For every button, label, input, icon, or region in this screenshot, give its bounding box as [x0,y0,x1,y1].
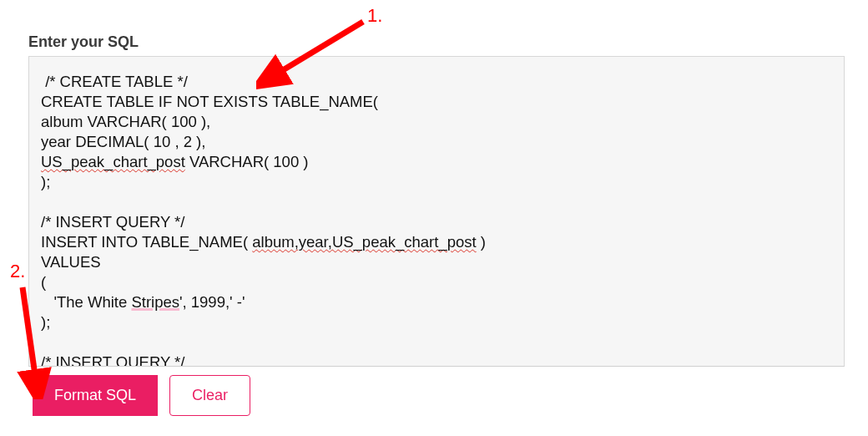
code-line: CREATE TABLE IF NOT EXISTS TABLE_NAME( [41,93,378,110]
format-sql-button[interactable]: Format SQL [33,375,158,416]
code-line: /* INSERT QUERY */ [41,353,184,367]
action-bar: Format SQL Clear [28,375,848,416]
code-line: /* CREATE TABLE */ [41,73,188,90]
code-line: INSERT INTO TABLE_NAME( album,year,US_pe… [41,233,486,251]
code-line: year DECIMAL( 10 , 2 ), [41,133,205,150]
code-line: US_peak_chart_post VARCHAR( 100 ) [41,153,308,170]
code-line: /* INSERT QUERY */ [41,213,184,231]
code-line: ); [41,173,50,190]
clear-button[interactable]: Clear [169,375,250,416]
sql-textarea[interactable]: /* CREATE TABLE */ CREATE TABLE IF NOT E… [28,56,845,367]
code-line: 'The White Stripes', 1999,' -' [41,293,245,311]
code-line: ( [41,273,46,291]
annotation-1-label: 1. [367,5,382,27]
code-line: ); [41,313,50,331]
sql-textarea-label: Enter your SQL [28,33,848,51]
code-line: album VARCHAR( 100 ), [41,113,210,130]
code-line: VALUES [41,253,101,271]
annotation-2-label: 2. [10,261,25,282]
